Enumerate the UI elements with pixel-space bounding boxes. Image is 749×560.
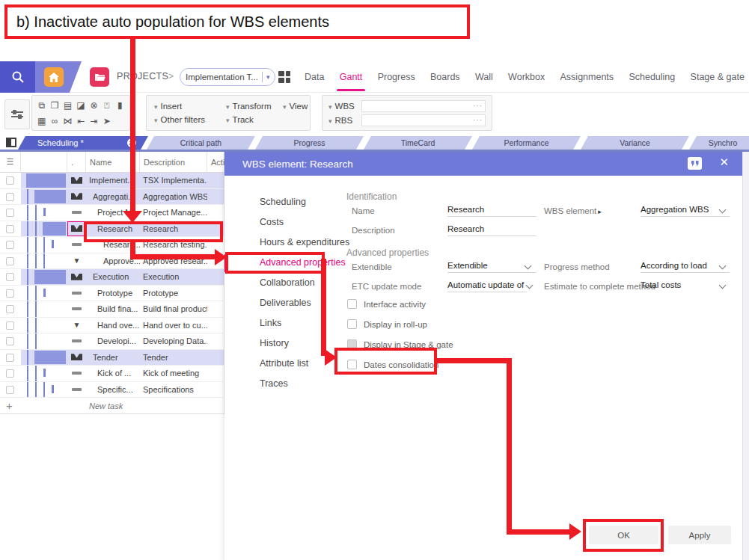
wbs-filter-label[interactable]: ▾WBS — [328, 102, 361, 111]
tab-data[interactable]: Data — [303, 72, 325, 82]
dialog-nav-hours-expenditures[interactable]: Hours & expenditures — [260, 237, 349, 247]
copy-icon[interactable]: ⧉ — [38, 101, 45, 110]
dialog-nav-attribute-list[interactable]: Attribute list — [260, 358, 308, 369]
view-tab-synchro[interactable]: Synchro — [689, 136, 749, 150]
rbs-filter-label[interactable]: ▾RBS — [328, 116, 361, 125]
table-row[interactable]: Developi...Developing Data... — [0, 333, 224, 350]
row-checkbox[interactable] — [6, 354, 14, 362]
row-checkbox[interactable] — [6, 209, 14, 217]
dialog-nav-deliverables[interactable]: Deliverables — [260, 298, 311, 308]
link-icon[interactable]: ∞ — [52, 117, 58, 126]
table-row[interactable]: ▼ Hand ove...Hand over to cu... — [0, 318, 224, 334]
add-task-icon[interactable]: + — [6, 399, 13, 412]
description-field[interactable]: Research — [447, 224, 536, 236]
table-row[interactable]: TenderTender — [0, 350, 224, 366]
interface-activity-checkbox[interactable] — [347, 299, 357, 309]
unlink-icon[interactable]: ⋈ — [64, 117, 73, 126]
row-checkbox[interactable] — [6, 305, 14, 313]
row-checkbox[interactable] — [6, 241, 14, 249]
tab-scheduling[interactable]: Scheduling — [627, 72, 676, 82]
view-tab-performance[interactable]: Performance — [472, 136, 581, 150]
row-checkbox[interactable] — [6, 193, 14, 201]
track-menu[interactable]: ▾Track — [226, 115, 283, 124]
tab-assignments[interactable]: Assignments — [559, 72, 616, 82]
other-filters-menu[interactable]: ▾Other filters — [154, 115, 226, 124]
hierarchy-header-icon[interactable]: ☰ — [0, 152, 21, 172]
table-row[interactable]: Implement...TSX Implementa... — [0, 173, 224, 189]
workspace-grid-icon[interactable] — [278, 71, 291, 83]
delete-icon[interactable]: ⊗ — [90, 101, 97, 110]
dialog-nav-costs[interactable]: Costs — [260, 217, 284, 227]
row-checkbox[interactable] — [6, 176, 14, 185]
new-task-placeholder[interactable]: New task — [86, 398, 140, 413]
paste-icon[interactable]: ▤ — [64, 101, 72, 110]
project-selector[interactable]: Implementation T... ▾ — [180, 68, 275, 86]
search-button[interactable] — [0, 61, 35, 93]
table-row[interactable]: Specific...Specifications — [0, 382, 224, 399]
etc-method-select[interactable]: Total costs — [641, 280, 730, 292]
row-checkbox[interactable] — [6, 321, 14, 330]
select-pointer-icon[interactable]: ➤ — [103, 117, 111, 126]
table-row[interactable]: Aggregati...Aggregation WBS — [0, 189, 224, 206]
wbs-filter-input[interactable]: ··· — [361, 100, 486, 112]
name-field[interactable]: Research — [447, 205, 536, 217]
tab-stage-gate[interactable]: Stage & gate — [689, 72, 746, 82]
dialog-nav-links[interactable]: Links — [260, 318, 281, 328]
progress-method-select[interactable]: According to load — [641, 261, 730, 273]
comments-icon[interactable] — [688, 157, 702, 170]
dialog-nav-history[interactable]: History — [260, 338, 289, 348]
description-column-header[interactable]: Description — [140, 152, 207, 172]
table-row[interactable]: Project M...Project Manage... — [0, 205, 224, 221]
activity-column-header[interactable]: Activ — [207, 152, 224, 172]
tab-gantt[interactable]: Gantt — [338, 72, 364, 82]
row-checkbox[interactable] — [6, 225, 14, 233]
wbs-element-select[interactable]: Aggregation WBS — [641, 205, 730, 217]
type-column-header[interactable]: . — [67, 152, 86, 172]
split-view-icon[interactable] — [6, 138, 16, 147]
table-row[interactable]: Kick of ...Kick of meeting — [0, 366, 224, 382]
rbs-filter-input[interactable]: ··· — [361, 114, 486, 126]
row-checkbox[interactable] — [6, 369, 14, 378]
dialog-nav-scheduling[interactable]: Scheduling — [260, 197, 306, 207]
wbs-more-button[interactable]: ··· — [473, 102, 483, 110]
view-tab-timecard[interactable]: TimeCard — [364, 136, 472, 150]
tab-boards[interactable]: Boards — [429, 72, 462, 82]
duplicate-icon[interactable]: ❐ — [51, 101, 59, 110]
etc-update-mode-select[interactable]: Automatic update of ET — [447, 280, 527, 292]
extendible-select[interactable]: Extendible — [447, 261, 536, 273]
view-tab-scheduling[interactable]: Scheduling * — [18, 136, 148, 150]
projects-folder-button[interactable] — [90, 67, 109, 87]
row-checkbox[interactable] — [6, 289, 14, 298]
view-menu[interactable]: ▾View — [283, 102, 316, 111]
breadcrumb[interactable]: PROJECTS — [117, 71, 168, 81]
apply-button[interactable]: Apply — [668, 526, 731, 544]
view-tab-variance[interactable]: Variance — [581, 136, 689, 150]
row-checkbox[interactable] — [6, 273, 14, 281]
row-checkbox[interactable] — [6, 257, 14, 265]
tab-progress[interactable]: Progress — [376, 72, 417, 82]
home-button[interactable] — [35, 61, 82, 93]
table-row[interactable]: PrototypePrototype — [0, 286, 224, 302]
display-in-rollup-checkbox[interactable] — [347, 319, 357, 329]
view-tab-progress[interactable]: Progress — [255, 136, 364, 150]
tab-wall[interactable]: Wall — [474, 72, 495, 82]
indent-icon[interactable]: ⇥ — [90, 117, 97, 126]
tab-workbox[interactable]: Workbox — [507, 72, 546, 82]
outdent-icon[interactable]: ⇤ — [77, 117, 85, 126]
hide-row-icon[interactable]: ⍞ — [104, 101, 109, 110]
row-checkbox[interactable] — [6, 386, 14, 394]
insert-menu[interactable]: ▾Insert — [154, 102, 226, 111]
dialog-nav-traces[interactable]: Traces — [260, 378, 288, 389]
dialog-nav-collaboration[interactable]: Collaboration — [260, 277, 315, 288]
transform-menu[interactable]: ▾Transform — [226, 102, 283, 111]
outline-column-header[interactable] — [21, 152, 67, 172]
table-icon[interactable]: ▦ — [37, 117, 46, 126]
view-settings-button[interactable] — [4, 99, 30, 129]
view-tab-critical-path[interactable]: Critical path — [147, 136, 255, 150]
close-icon[interactable]: ✕ — [719, 156, 729, 169]
row-checkbox[interactable] — [6, 337, 14, 345]
table-row[interactable]: Build fina...Build final product — [0, 301, 224, 318]
table-row[interactable]: ExecutionExecution — [0, 269, 224, 286]
edit-icon[interactable]: ◪ — [76, 101, 85, 110]
new-task-row[interactable]: + New task — [0, 398, 224, 414]
